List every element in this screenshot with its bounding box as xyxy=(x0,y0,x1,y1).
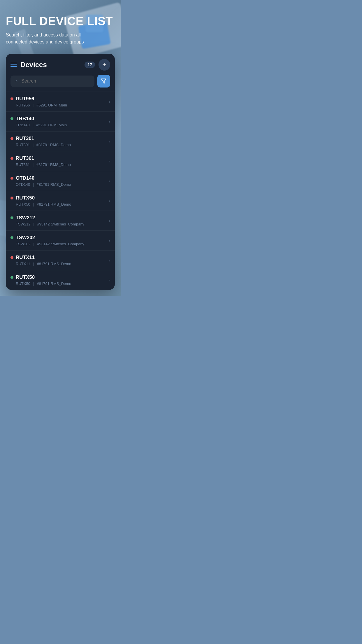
device-meta: RUT956 | #5291 OPM_Main xyxy=(10,103,106,107)
device-list-item[interactable]: RUT301 RUT301 | #81791 RMS_Demo › xyxy=(6,131,115,151)
device-name-row: RUT361 xyxy=(10,155,106,161)
device-name: RUTX50 xyxy=(16,274,35,280)
device-model: RUTX11 xyxy=(16,262,30,266)
device-list-item[interactable]: TRB140 TRB140 | #5291 OPM_Main › xyxy=(6,111,115,131)
chevron-right-icon: › xyxy=(109,139,110,144)
search-input[interactable] xyxy=(21,78,90,84)
device-name-row: RUTX11 xyxy=(10,255,106,260)
device-group-id: #81791 xyxy=(37,281,50,286)
device-info: RUT301 RUT301 | #81791 RMS_Demo xyxy=(10,136,106,147)
device-model: TSW202 xyxy=(16,242,31,246)
device-info: RUTX11 RUTX11 | #81791 RMS_Demo xyxy=(10,255,106,266)
device-name: TRB140 xyxy=(16,116,34,122)
device-group-name: RMS_Demo xyxy=(50,182,71,187)
device-list-item[interactable]: TSW202 TSW202 | #93142 Switches_Company … xyxy=(6,230,115,250)
search-icon: ⚬ xyxy=(15,78,18,84)
device-group-name: RMS_Demo xyxy=(51,281,71,286)
device-name: RUT361 xyxy=(16,155,34,161)
device-list-item[interactable]: RUTX50 RUTX50 | #81791 RMS_Demo › xyxy=(6,270,115,290)
device-meta: TSW212 | #93142 Switches_Company xyxy=(10,222,106,226)
device-model: RUT361 xyxy=(16,162,30,167)
device-info: TRB140 TRB140 | #5291 OPM_Main xyxy=(10,116,106,127)
status-dot xyxy=(10,236,13,239)
device-name-row: TSW202 xyxy=(10,235,106,241)
device-name: RUT956 xyxy=(16,96,34,102)
device-group-name: RMS_Demo xyxy=(51,262,71,266)
filter-button[interactable] xyxy=(97,75,110,88)
device-model: TRB140 xyxy=(16,123,30,127)
status-dot xyxy=(10,276,13,279)
device-list-item[interactable]: TSW212 TSW212 | #93142 Switches_Company … xyxy=(6,211,115,230)
device-info: RUT361 RUT361 | #81791 RMS_Demo xyxy=(10,155,106,167)
chevron-right-icon: › xyxy=(109,159,110,164)
device-model: TSW212 xyxy=(16,222,31,226)
svg-marker-0 xyxy=(101,79,106,83)
hamburger-line xyxy=(10,64,17,65)
device-model: RUT956 xyxy=(16,103,30,107)
device-list: RUT956 RUT956 | #5291 OPM_Main › TRB140 … xyxy=(6,92,115,290)
status-dot xyxy=(10,197,13,200)
panel-title: Devices xyxy=(20,61,81,69)
page-content: FULL DEVICE LIST Search, filter, and acc… xyxy=(0,0,121,296)
device-meta: TSW202 | #93142 Switches_Company xyxy=(10,242,106,246)
device-meta: RUT361 | #81791 RMS_Demo xyxy=(10,162,106,167)
chevron-right-icon: › xyxy=(109,198,110,204)
chevron-right-icon: › xyxy=(109,278,110,283)
device-name: TSW202 xyxy=(16,235,35,241)
device-group-name: RMS_Demo xyxy=(50,162,71,167)
status-dot xyxy=(10,216,13,219)
device-group-name: Switches_Company xyxy=(51,222,84,226)
hamburger-line xyxy=(10,63,17,63)
meta-separator: | xyxy=(33,262,34,266)
device-meta: OTD140 | #81791 RMS_Demo xyxy=(10,182,106,187)
device-model: OTD140 xyxy=(16,182,30,187)
device-name-row: TSW212 xyxy=(10,215,106,221)
device-list-item[interactable]: OTD140 OTD140 | #81791 RMS_Demo › xyxy=(6,171,115,191)
device-group-id: #93142 xyxy=(37,222,50,226)
device-count-badge: 17 xyxy=(85,62,95,68)
device-name: TSW212 xyxy=(16,215,35,221)
chevron-right-icon: › xyxy=(109,218,110,223)
device-meta: RUT301 | #81791 RMS_Demo xyxy=(10,143,106,147)
device-name-row: TRB140 xyxy=(10,116,106,122)
device-info: RUTX50 RUTX50 | #81791 RMS_Demo xyxy=(10,274,106,286)
device-group-name: OPM_Main xyxy=(48,103,67,107)
device-list-item[interactable]: RUTX11 RUTX11 | #81791 RMS_Demo › xyxy=(6,250,115,270)
device-meta: RUTX11 | #81791 RMS_Demo xyxy=(10,262,106,266)
chevron-right-icon: › xyxy=(109,119,110,124)
meta-separator: | xyxy=(33,103,34,107)
filter-icon xyxy=(101,78,107,84)
search-input-wrapper[interactable]: ⚬ xyxy=(10,76,94,87)
meta-separator: | xyxy=(33,143,34,147)
add-device-button[interactable]: + xyxy=(99,59,110,71)
device-group-id: #81791 xyxy=(37,182,49,187)
page-title: FULL DEVICE LIST xyxy=(6,15,115,27)
status-dot xyxy=(10,177,13,180)
device-info: OTD140 OTD140 | #81791 RMS_Demo xyxy=(10,175,106,187)
chevron-right-icon: › xyxy=(109,238,110,243)
device-name: OTD140 xyxy=(16,175,34,181)
device-name: RUTX11 xyxy=(16,255,35,260)
chevron-right-icon: › xyxy=(109,258,110,263)
device-group-name: Switches_Company xyxy=(51,242,84,246)
device-group-id: #81791 xyxy=(37,262,50,266)
device-name-row: OTD140 xyxy=(10,175,106,181)
meta-separator: | xyxy=(33,281,34,286)
device-model: RUT301 xyxy=(16,143,30,147)
meta-separator: | xyxy=(33,182,34,187)
chevron-right-icon: › xyxy=(109,99,110,104)
device-group-id: #5291 xyxy=(36,103,47,107)
device-name-row: RUT956 xyxy=(10,96,106,102)
device-group-name: RMS_Demo xyxy=(51,202,71,206)
device-list-item[interactable]: RUTX50 RUTX50 | #81791 RMS_Demo › xyxy=(6,191,115,211)
status-dot xyxy=(10,117,13,120)
meta-separator: | xyxy=(32,123,33,127)
device-group-id: #5291 xyxy=(36,123,47,127)
device-list-item[interactable]: RUT956 RUT956 | #5291 OPM_Main › xyxy=(6,92,115,111)
hamburger-menu-icon[interactable] xyxy=(10,63,17,67)
meta-separator: | xyxy=(33,242,34,246)
device-name: RUT301 xyxy=(16,136,34,141)
device-list-item[interactable]: RUT361 RUT361 | #81791 RMS_Demo › xyxy=(6,151,115,171)
device-info: RUTX50 RUTX50 | #81791 RMS_Demo xyxy=(10,195,106,206)
device-name: RUTX50 xyxy=(16,195,35,201)
